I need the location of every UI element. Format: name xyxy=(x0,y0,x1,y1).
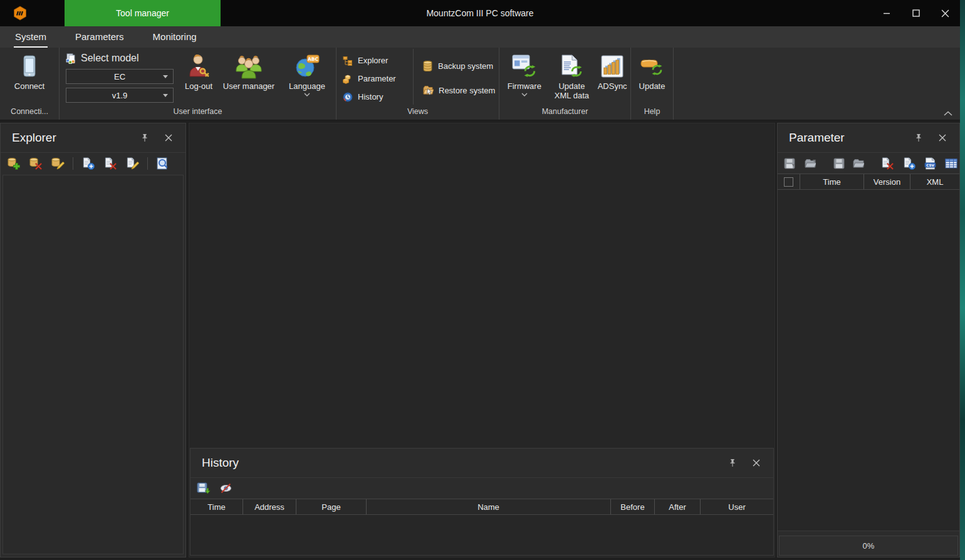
tab-system[interactable]: System xyxy=(14,31,48,48)
explorer-view-icon xyxy=(343,56,353,66)
language-button[interactable]: ABC Language xyxy=(280,48,334,106)
close-button[interactable] xyxy=(931,0,960,26)
history-table-body[interactable] xyxy=(190,515,773,555)
history-col-address[interactable]: Address xyxy=(243,499,296,514)
history-col-name[interactable]: Name xyxy=(367,499,611,514)
main-content-area: History xyxy=(189,123,775,557)
history-panel-title: History xyxy=(202,456,716,470)
history-save-button[interactable] xyxy=(197,482,211,495)
tool-manager-tab[interactable]: Tool manager xyxy=(65,0,221,26)
ribbon-group-manufacturer: Firmware Update XML data xyxy=(499,48,631,120)
param-add-row-button[interactable] xyxy=(902,157,916,170)
update-icon xyxy=(640,56,664,77)
tab-parameters[interactable]: Parameters xyxy=(74,31,125,48)
parameter-table-body[interactable] xyxy=(778,190,959,531)
select-all-checkbox[interactable] xyxy=(784,177,793,187)
param-table-view-button[interactable] xyxy=(945,157,957,170)
history-close-button[interactable] xyxy=(749,456,763,470)
delete-group-button[interactable] xyxy=(29,157,43,170)
param-export-csv-button[interactable]: CSV xyxy=(924,157,937,170)
history-col-before[interactable]: Before xyxy=(611,499,655,514)
parameter-close-button[interactable] xyxy=(936,131,949,145)
version-select[interactable]: v1.9 xyxy=(66,88,174,103)
user-manager-button[interactable]: User manager xyxy=(217,48,280,106)
edit-item-button[interactable] xyxy=(125,157,139,170)
tab-monitoring[interactable]: Monitoring xyxy=(152,31,198,48)
history-col-after[interactable]: After xyxy=(655,499,701,514)
explorer-close-button[interactable] xyxy=(162,131,175,145)
select-model-label: Select model xyxy=(81,53,139,64)
history-col-time[interactable]: Time xyxy=(190,499,243,514)
connect-button[interactable]: Connect xyxy=(14,48,44,106)
param-open-button[interactable] xyxy=(853,157,864,170)
parameter-col-time[interactable]: Time xyxy=(800,174,864,189)
history-col-page[interactable]: Page xyxy=(296,499,367,514)
user-manager-icon xyxy=(234,54,263,79)
parameter-view-button[interactable]: Parameter xyxy=(336,70,413,88)
select-model-icon xyxy=(66,53,76,64)
edit-group-button[interactable] xyxy=(51,157,65,170)
param-save-as-button[interactable] xyxy=(784,157,796,170)
restore-system-label: Restore system xyxy=(439,86,495,95)
minimize-button[interactable] xyxy=(872,0,901,26)
ribbon-group-connection: Connect Connecti... xyxy=(0,48,60,120)
model-select[interactable]: EC xyxy=(66,69,174,84)
document-add-icon xyxy=(902,157,916,170)
delete-item-button[interactable] xyxy=(103,157,117,170)
explorer-panel-titlebar: Explorer xyxy=(1,123,185,152)
pin-icon xyxy=(729,459,736,467)
pin-icon xyxy=(141,133,149,142)
param-import-button[interactable] xyxy=(805,157,817,170)
preview-button[interactable] xyxy=(156,157,170,170)
update-xml-button[interactable]: Update XML data xyxy=(550,48,595,106)
titlebar: Tool manager MountzCom III PC software xyxy=(0,0,960,26)
parameter-panel: Parameter xyxy=(777,123,960,557)
restore-icon xyxy=(422,85,434,96)
history-view-button[interactable]: History xyxy=(336,88,413,106)
explorer-pin-button[interactable] xyxy=(138,131,152,145)
explorer-view-button[interactable]: Explorer xyxy=(336,51,413,70)
explorer-tree-area[interactable] xyxy=(3,175,184,554)
document-delete-icon xyxy=(103,157,117,170)
adsync-label: ADSync xyxy=(598,81,627,91)
chevron-down-icon xyxy=(163,94,168,97)
restore-system-button[interactable]: Restore system xyxy=(416,78,499,103)
backup-system-button[interactable]: Backup system xyxy=(416,54,499,78)
collapse-ribbon-icon[interactable] xyxy=(944,111,952,116)
logout-icon xyxy=(187,54,211,79)
user-manager-label: User manager xyxy=(223,81,274,91)
close-icon xyxy=(941,9,949,18)
history-hide-button[interactable] xyxy=(219,482,232,495)
document-edit-icon xyxy=(125,157,139,170)
parameter-table-header: Time Version XML xyxy=(778,174,959,190)
param-delete-row-button[interactable] xyxy=(880,157,894,170)
app-window: Tool manager MountzCom III PC software S… xyxy=(0,0,960,560)
add-group-button[interactable] xyxy=(7,157,21,170)
database-delete-icon xyxy=(29,157,43,170)
group-label-views: Views xyxy=(336,106,499,120)
history-pin-button[interactable] xyxy=(726,456,739,470)
parameter-pin-button[interactable] xyxy=(912,131,926,145)
csv-label-text: CSV xyxy=(926,163,934,167)
adsync-button[interactable]: ADSync xyxy=(594,48,630,106)
update-label: Update xyxy=(639,81,665,91)
parameter-panel-titlebar: Parameter xyxy=(778,123,959,152)
maximize-button[interactable] xyxy=(901,0,931,26)
phone-icon xyxy=(20,55,39,78)
ribbon: Connect Connecti... Se xyxy=(0,48,960,120)
history-col-user[interactable]: User xyxy=(701,499,773,514)
group-label-help: Help xyxy=(631,106,673,120)
update-button[interactable]: Update xyxy=(639,48,665,106)
update-xml-label-line2: XML data xyxy=(555,91,589,100)
group-label-manufacturer: Manufacturer xyxy=(499,106,630,120)
document-add-icon xyxy=(81,157,95,170)
group-label-user-interface: User interface xyxy=(60,106,336,120)
parameter-col-xml[interactable]: XML xyxy=(910,174,959,189)
param-save-button[interactable] xyxy=(833,157,845,170)
firmware-button[interactable]: Firmware xyxy=(499,48,550,106)
open-folder-icon xyxy=(853,158,864,168)
parameter-col-version[interactable]: Version xyxy=(864,174,910,189)
save-icon xyxy=(833,158,845,169)
logout-button[interactable]: Log-out xyxy=(180,48,217,106)
add-item-button[interactable] xyxy=(81,157,95,170)
